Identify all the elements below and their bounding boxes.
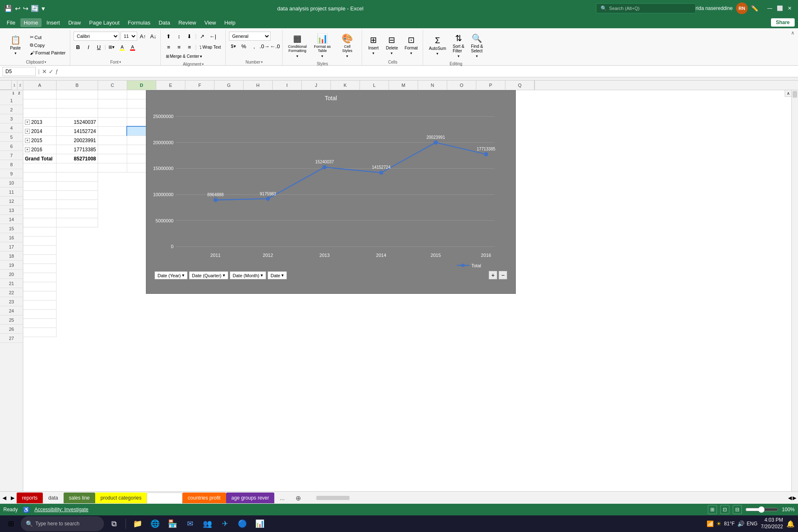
cell-B8[interactable]: 85271008 bbox=[57, 154, 98, 163]
cell-C6[interactable] bbox=[98, 136, 127, 145]
row-header-9[interactable]: 9 bbox=[0, 169, 23, 178]
page-layout-view-button[interactable]: ⊡ bbox=[720, 505, 729, 514]
cell-A3[interactable] bbox=[23, 108, 57, 118]
menu-data[interactable]: Data bbox=[155, 18, 173, 27]
cell-A23[interactable] bbox=[23, 291, 57, 300]
cell-B11[interactable] bbox=[57, 182, 98, 191]
group-collapse-1[interactable]: 1 bbox=[10, 91, 16, 95]
tab-scroll-right[interactable]: ▶ bbox=[8, 494, 17, 502]
col-header-K[interactable]: K bbox=[331, 81, 360, 90]
cell-A22[interactable] bbox=[23, 282, 57, 291]
format-table-dropdown[interactable]: ▾ bbox=[321, 54, 323, 58]
excel-taskbar-button[interactable]: 📊 bbox=[252, 516, 267, 531]
format-button[interactable]: ⊡ Format ▾ bbox=[402, 33, 420, 57]
normal-view-button[interactable]: ⊞ bbox=[708, 505, 717, 514]
filter-quarter-dropdown[interactable]: Date (Quarter) ▾ bbox=[189, 271, 228, 279]
insert-button[interactable]: ⊞ Insert ▾ bbox=[365, 33, 382, 57]
row-header-22[interactable]: 22 bbox=[0, 288, 23, 297]
confirm-formula-icon[interactable]: ✓ bbox=[49, 68, 54, 75]
mail-button[interactable]: ✉ bbox=[182, 516, 197, 531]
save-icon[interactable]: 💾 bbox=[4, 5, 12, 12]
cell-A16[interactable] bbox=[23, 227, 57, 236]
search-box[interactable]: 🔍 Search (Alt+Q) bbox=[596, 3, 696, 13]
middle-align-button[interactable]: ↕ bbox=[175, 32, 184, 41]
col-header-M[interactable]: M bbox=[389, 81, 418, 90]
cell-A26[interactable] bbox=[23, 319, 57, 328]
right-align-button[interactable]: ≡ bbox=[185, 42, 194, 52]
row-header-20[interactable]: 20 bbox=[0, 270, 23, 279]
vertical-scrollbar[interactable] bbox=[791, 90, 798, 491]
close-button[interactable]: ✕ bbox=[786, 4, 794, 12]
cell-B5[interactable]: 14152724 bbox=[57, 127, 98, 136]
autosave-icon[interactable]: 🔄 bbox=[31, 5, 39, 12]
corner-cell[interactable] bbox=[0, 81, 12, 90]
indent-decrease-button[interactable]: ←| bbox=[208, 32, 217, 41]
cell-C8[interactable] bbox=[98, 154, 127, 163]
maximize-button[interactable]: ⬜ bbox=[776, 4, 784, 12]
page-break-view-button[interactable]: ⊟ bbox=[733, 505, 742, 514]
cell-B14[interactable] bbox=[57, 209, 98, 218]
cut-button[interactable]: ✂ Cut bbox=[28, 34, 67, 41]
col-header-D[interactable]: D bbox=[127, 81, 156, 90]
hscroll-left[interactable]: ◀ bbox=[788, 495, 792, 501]
cell-A8[interactable]: Grand Total bbox=[23, 154, 57, 163]
avatar[interactable]: RN bbox=[736, 2, 748, 14]
edge-button[interactable]: 🌐 bbox=[148, 516, 163, 531]
currency-button[interactable]: $▾ bbox=[229, 42, 238, 51]
cell-A21[interactable] bbox=[23, 273, 57, 282]
cell-B7[interactable]: 17713385 bbox=[57, 145, 98, 154]
taskbar-clock[interactable]: 4:03 PM 7/20/2022 bbox=[761, 517, 783, 530]
sheet-tab-more[interactable]: ... bbox=[274, 493, 290, 503]
col-header-O[interactable]: O bbox=[447, 81, 476, 90]
decrease-decimal-button[interactable]: ←.0 bbox=[271, 42, 280, 51]
quick-access-more[interactable]: ▾ bbox=[42, 5, 45, 12]
search-taskbar-button[interactable]: 🔍 Type here to search bbox=[21, 516, 104, 531]
row-header-26[interactable]: 26 bbox=[0, 325, 23, 334]
col-header-H[interactable]: H bbox=[244, 81, 273, 90]
menu-insert[interactable]: Insert bbox=[43, 18, 64, 27]
cell-styles-dropdown[interactable]: ▾ bbox=[346, 54, 348, 58]
sheet-tab-years[interactable]: years profit bbox=[147, 493, 182, 503]
sheet-tab-product[interactable]: product categories bbox=[95, 493, 147, 503]
cell-A17[interactable] bbox=[23, 236, 57, 246]
chrome-button[interactable]: 🔵 bbox=[235, 516, 250, 531]
cell-A9[interactable] bbox=[23, 163, 57, 172]
cell-B2[interactable] bbox=[57, 99, 98, 108]
menu-file[interactable]: File bbox=[3, 18, 19, 27]
row-header-24[interactable]: 24 bbox=[0, 306, 23, 315]
ribbon-collapse-button[interactable]: ∧ bbox=[791, 30, 795, 36]
row-header-13[interactable]: 13 bbox=[0, 206, 23, 215]
sheet-tab-countries[interactable]: countries profit bbox=[182, 493, 226, 503]
menu-review[interactable]: Review bbox=[175, 18, 200, 27]
volume-icon[interactable]: 🔊 bbox=[737, 520, 744, 527]
cell-C7[interactable] bbox=[98, 145, 127, 154]
row-header-1[interactable]: 1 bbox=[0, 96, 23, 105]
bold-button[interactable]: B bbox=[74, 42, 83, 52]
cell-B6[interactable]: 20023991 bbox=[57, 136, 98, 145]
formula-input[interactable] bbox=[61, 69, 796, 74]
filter-date-dropdown[interactable]: Date ▾ bbox=[268, 271, 287, 279]
notification-icon[interactable]: 🔔 bbox=[786, 520, 795, 528]
conditional-formatting-dropdown[interactable]: ▾ bbox=[296, 54, 298, 58]
row-header-6[interactable]: 6 bbox=[0, 142, 23, 151]
row-header-16[interactable]: 16 bbox=[0, 233, 23, 242]
font-color-button[interactable]: A bbox=[128, 42, 137, 52]
cell-A18[interactable] bbox=[23, 246, 57, 255]
cell-A24[interactable] bbox=[23, 300, 57, 310]
percent-button[interactable]: % bbox=[239, 42, 249, 51]
row-header-7[interactable]: 7 bbox=[0, 151, 23, 160]
col-header-Q[interactable]: Q bbox=[505, 81, 534, 90]
cell-A10[interactable] bbox=[23, 172, 57, 182]
cell-A6[interactable]: +2015 bbox=[23, 136, 57, 145]
cell-C1[interactable] bbox=[98, 90, 127, 99]
menu-formulas[interactable]: Formulas bbox=[125, 18, 154, 27]
menu-draw[interactable]: Draw bbox=[65, 18, 84, 27]
col-header-P[interactable]: P bbox=[476, 81, 505, 90]
increase-font-button[interactable]: A↑ bbox=[138, 32, 148, 41]
left-align-button[interactable]: ≡ bbox=[164, 42, 173, 52]
cell-A27[interactable] bbox=[23, 328, 57, 337]
center-align-button[interactable]: ≡ bbox=[175, 42, 184, 52]
cell-B3[interactable] bbox=[57, 108, 98, 118]
row-header-18[interactable]: 18 bbox=[0, 251, 23, 261]
cell-A5[interactable]: +2014 bbox=[23, 127, 57, 136]
